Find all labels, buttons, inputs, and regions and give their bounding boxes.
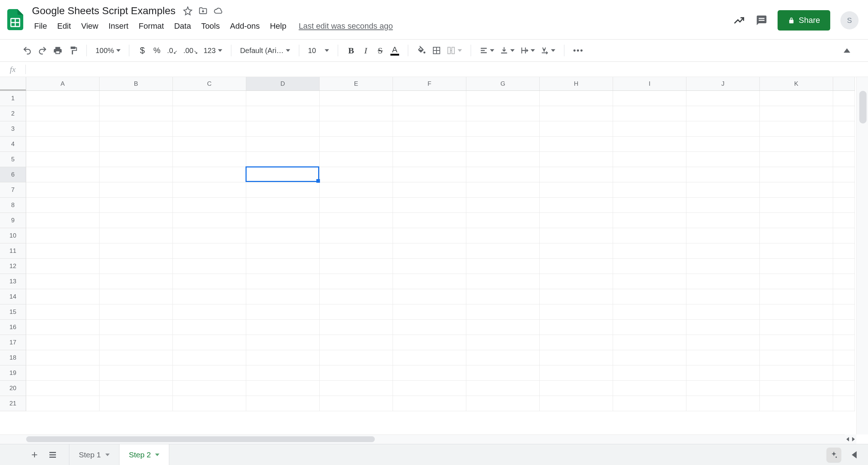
cell[interactable]: [613, 304, 686, 320]
cell[interactable]: [833, 228, 855, 243]
cell[interactable]: [833, 106, 855, 121]
cell[interactable]: [686, 381, 760, 396]
cell[interactable]: [466, 243, 540, 259]
cell[interactable]: [833, 152, 855, 167]
redo-button[interactable]: [36, 44, 49, 57]
cell[interactable]: [393, 289, 466, 304]
cell[interactable]: [613, 350, 686, 365]
cell[interactable]: [613, 320, 686, 335]
cell[interactable]: [393, 396, 466, 411]
cell[interactable]: [760, 259, 833, 274]
cell[interactable]: [393, 182, 466, 198]
share-button[interactable]: Share: [778, 10, 830, 31]
cell[interactable]: [613, 213, 686, 228]
cell[interactable]: [393, 365, 466, 381]
font-family-dropdown[interactable]: Default (Ari…: [238, 46, 292, 55]
document-title[interactable]: Google Sheets Script Examples: [30, 4, 178, 17]
row-header[interactable]: 6: [0, 167, 26, 182]
cell[interactable]: [686, 335, 760, 350]
cell[interactable]: [320, 182, 393, 198]
row-header[interactable]: 16: [0, 320, 26, 335]
strikethrough-button[interactable]: S: [374, 44, 387, 57]
row-header[interactable]: 14: [0, 289, 26, 304]
menu-tools[interactable]: Tools: [197, 19, 224, 33]
cell[interactable]: [833, 274, 855, 289]
cell[interactable]: [246, 320, 320, 335]
cell[interactable]: [540, 167, 613, 182]
scroll-left-button[interactable]: [845, 434, 851, 444]
cell[interactable]: [686, 320, 760, 335]
cell[interactable]: [246, 152, 320, 167]
cell[interactable]: [173, 289, 246, 304]
cell[interactable]: [686, 137, 760, 152]
cell[interactable]: [540, 137, 613, 152]
row-header[interactable]: 3: [0, 121, 26, 137]
decrease-decimal-button[interactable]: .0↙: [165, 44, 180, 57]
cell[interactable]: [540, 243, 613, 259]
cell[interactable]: [613, 228, 686, 243]
cell[interactable]: [26, 335, 100, 350]
cell[interactable]: [833, 259, 855, 274]
cell[interactable]: [686, 121, 760, 137]
cell[interactable]: [173, 152, 246, 167]
column-header[interactable]: F: [393, 77, 466, 91]
cell[interactable]: [100, 137, 173, 152]
cell[interactable]: [320, 259, 393, 274]
cell[interactable]: [833, 381, 855, 396]
cell[interactable]: [686, 198, 760, 213]
sheets-logo-icon[interactable]: [4, 5, 26, 34]
cell[interactable]: [26, 320, 100, 335]
cell[interactable]: [686, 259, 760, 274]
cell[interactable]: [320, 198, 393, 213]
cell[interactable]: [613, 121, 686, 137]
cell[interactable]: [320, 320, 393, 335]
cell[interactable]: [173, 121, 246, 137]
menu-addons[interactable]: Add-ons: [226, 19, 264, 33]
number-format-dropdown[interactable]: 123: [202, 46, 224, 55]
cell[interactable]: [100, 152, 173, 167]
cell[interactable]: [833, 243, 855, 259]
cell[interactable]: [393, 152, 466, 167]
cell[interactable]: [760, 243, 833, 259]
cell[interactable]: [686, 228, 760, 243]
cell[interactable]: [540, 259, 613, 274]
cell[interactable]: [613, 182, 686, 198]
cell[interactable]: [246, 182, 320, 198]
menu-data[interactable]: Data: [170, 19, 195, 33]
cell[interactable]: [393, 121, 466, 137]
cell[interactable]: [466, 320, 540, 335]
cell[interactable]: [173, 182, 246, 198]
cell[interactable]: [760, 381, 833, 396]
explore-button[interactable]: [827, 448, 841, 462]
undo-button[interactable]: [20, 44, 34, 57]
cell[interactable]: [320, 274, 393, 289]
cell[interactable]: [686, 182, 760, 198]
cell[interactable]: [613, 106, 686, 121]
cell[interactable]: [320, 243, 393, 259]
cell[interactable]: [686, 106, 760, 121]
cell[interactable]: [540, 106, 613, 121]
cell[interactable]: [173, 228, 246, 243]
cell[interactable]: [100, 304, 173, 320]
cell[interactable]: [100, 259, 173, 274]
row-header[interactable]: 13: [0, 274, 26, 289]
side-panel-toggle[interactable]: [851, 451, 857, 458]
fill-color-button[interactable]: [415, 44, 429, 57]
cell[interactable]: [393, 228, 466, 243]
cell[interactable]: [613, 152, 686, 167]
row-header[interactable]: 11: [0, 243, 26, 259]
row-header[interactable]: 10: [0, 228, 26, 243]
sheet-tab[interactable]: Step 2: [119, 444, 170, 465]
cell[interactable]: [466, 121, 540, 137]
cell[interactable]: [26, 396, 100, 411]
cell[interactable]: [686, 289, 760, 304]
cell[interactable]: [540, 198, 613, 213]
select-all-corner[interactable]: [0, 77, 26, 91]
cell[interactable]: [613, 137, 686, 152]
cell[interactable]: [173, 167, 246, 182]
cell[interactable]: [100, 121, 173, 137]
cell[interactable]: [466, 274, 540, 289]
cell[interactable]: [246, 396, 320, 411]
more-toolbar-button[interactable]: •••: [571, 44, 586, 57]
column-header[interactable]: H: [540, 77, 613, 91]
